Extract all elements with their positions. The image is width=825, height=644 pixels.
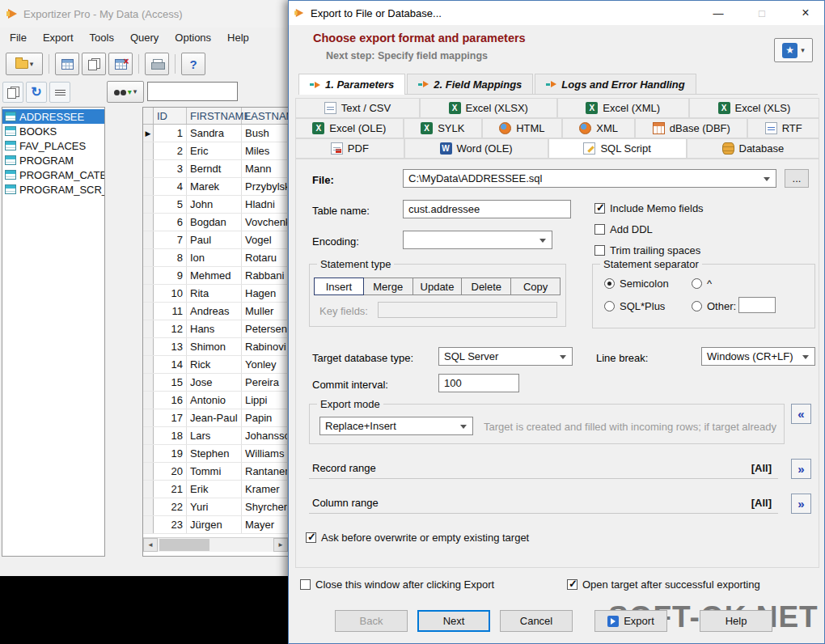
- table-row[interactable]: 16AntonioLippi: [143, 392, 288, 409]
- column-header-id[interactable]: ID: [154, 108, 187, 124]
- copy-table-button[interactable]: [82, 53, 106, 75]
- add-ddl-checkbox[interactable]: Add DDL: [594, 223, 653, 235]
- table-list-item[interactable]: PROGRAM_CATEGORY: [2, 167, 104, 182]
- step-tab-logs-and-error-handling[interactable]: Logs and Error Handling: [535, 74, 696, 94]
- table-row[interactable]: 22YuriShyrchen: [143, 498, 288, 516]
- trim-spaces-checkbox[interactable]: Trim trailing spaces: [594, 244, 700, 256]
- scroll-right-button[interactable]: ►: [273, 538, 288, 552]
- show-table-button[interactable]: [55, 53, 79, 75]
- format-tab-sylk[interactable]: SYLK: [404, 118, 482, 138]
- open-target-checkbox[interactable]: Open target after successful exporting: [567, 578, 760, 591]
- format-tab-pdf[interactable]: PDF: [295, 138, 404, 159]
- back-button[interactable]: Back: [335, 610, 408, 632]
- table-row[interactable]: 5JohnHladni: [143, 196, 288, 214]
- key-fields-input[interactable]: [378, 302, 557, 318]
- other-separator-input[interactable]: [738, 297, 776, 313]
- cancel-button[interactable]: Cancel: [500, 610, 573, 632]
- table-row[interactable]: 7PaulVogel: [143, 231, 288, 249]
- table-list-item[interactable]: BOOKS: [2, 124, 104, 138]
- commit-interval-input[interactable]: 100: [438, 374, 519, 392]
- format-tab-excel-xls-[interactable]: Excel (XLS): [689, 98, 819, 118]
- other-radio[interactable]: Other:: [692, 300, 736, 312]
- close-after-export-checkbox[interactable]: Close this window after clicking Export: [300, 578, 494, 591]
- table-row[interactable]: 15JosePereira: [143, 374, 288, 392]
- statement-update-button[interactable]: Update: [412, 278, 463, 295]
- format-tab-excel-xlsx-[interactable]: Excel (XLSX): [420, 98, 557, 118]
- table-row[interactable]: 10RitaHagen: [143, 285, 288, 303]
- column-header-firstname[interactable]: FIRSTNAME: [187, 108, 242, 124]
- table-list-item[interactable]: FAV_PLACES: [2, 138, 104, 153]
- table-row[interactable]: 20TommiRantanen: [143, 463, 288, 481]
- table-row[interactable]: 4MarekPrzybylsk: [143, 178, 288, 196]
- table-list-item[interactable]: PROGRAM_SCR_SHOT: [2, 182, 104, 197]
- semicolon-radio[interactable]: Semicolon: [604, 278, 669, 290]
- sqlplus-radio[interactable]: SQL*Plus: [604, 300, 665, 312]
- table-row[interactable]: 14RickYonley: [143, 356, 288, 374]
- table-list-item[interactable]: ADDRESSEE: [2, 109, 104, 124]
- table-row[interactable]: 19StephenWilliams: [143, 445, 288, 463]
- file-combo[interactable]: C:\MyData\ADDRESSEE.sql: [403, 169, 776, 188]
- format-tab-dbase-dbf-[interactable]: dBase (DBF): [635, 118, 747, 138]
- table-row[interactable]: 21ErikKramer: [143, 481, 288, 498]
- format-tab-excel-ole-[interactable]: Excel (OLE): [295, 118, 404, 138]
- format-tab-database[interactable]: Database: [687, 138, 819, 159]
- include-memo-checkbox[interactable]: Include Memo fields: [594, 202, 704, 214]
- chevron-down-icon[interactable]: ▾: [133, 88, 138, 95]
- refresh-button[interactable]: ↻: [26, 82, 47, 103]
- copy-records-button[interactable]: [2, 82, 23, 103]
- list-view-button[interactable]: [49, 82, 70, 103]
- table-row[interactable]: ▶1SandraBush: [143, 125, 288, 142]
- next-button[interactable]: Next: [417, 610, 490, 632]
- menu-query[interactable]: Query: [122, 28, 167, 49]
- encoding-combo[interactable]: [403, 231, 552, 249]
- minimize-button[interactable]: —: [700, 1, 737, 25]
- format-tab-word-ole-[interactable]: Word (OLE): [404, 138, 548, 159]
- search-input[interactable]: [147, 82, 238, 101]
- table-row[interactable]: 8IonRotaru: [143, 249, 288, 267]
- maximize-button[interactable]: □: [743, 1, 781, 25]
- export-button[interactable]: Export: [594, 610, 667, 632]
- table-row[interactable]: 12HansPetersen: [143, 320, 288, 338]
- statement-delete-button[interactable]: Delete: [461, 278, 511, 295]
- format-tab-xml[interactable]: XML: [562, 118, 635, 138]
- horizontal-scrollbar[interactable]: ◄ ►: [143, 537, 288, 552]
- table-row[interactable]: 18LarsJohansso: [143, 427, 288, 445]
- caret-radio[interactable]: ^: [692, 278, 712, 290]
- table-name-input[interactable]: cust.addressee: [403, 200, 571, 218]
- find-button[interactable]: ▾ ▾: [107, 81, 144, 103]
- chevron-down-icon[interactable]: ▾: [801, 47, 805, 54]
- table-row[interactable]: 6BogdanVovchenk: [143, 214, 288, 231]
- menu-tools[interactable]: Tools: [82, 28, 122, 49]
- table-row[interactable]: 13ShimonRabinovi: [143, 338, 288, 356]
- favorites-button[interactable]: ★ ▾: [774, 38, 813, 62]
- collapse-panel-button[interactable]: «: [791, 404, 811, 424]
- browse-button[interactable]: ...: [785, 169, 809, 188]
- format-tab-excel-xml-[interactable]: Excel (XML): [557, 98, 689, 118]
- menu-help[interactable]: Help: [219, 28, 257, 49]
- record-range-button[interactable]: »: [791, 459, 811, 479]
- format-tab-rtf[interactable]: RTF: [747, 118, 819, 138]
- table-row[interactable]: 3BerndtMann: [143, 160, 288, 178]
- step-tab-1-parameters[interactable]: 1. Parameters: [298, 74, 405, 95]
- column-range-button[interactable]: »: [791, 494, 811, 514]
- menu-options[interactable]: Options: [167, 28, 219, 49]
- menu-export[interactable]: Export: [35, 28, 82, 49]
- table-row[interactable]: 2EricMiles: [143, 142, 288, 160]
- chevron-down-icon[interactable]: ▾: [30, 61, 34, 68]
- scrollbar-thumb[interactable]: [159, 539, 209, 551]
- column-header-lastname[interactable]: LASTNAME: [242, 108, 288, 124]
- statement-copy-button[interactable]: Copy: [510, 278, 561, 295]
- print-button[interactable]: [145, 53, 169, 75]
- statement-merge-button[interactable]: Merge: [363, 278, 413, 295]
- table-row[interactable]: 17Jean-PaulPapin: [143, 409, 288, 427]
- open-database-button[interactable]: ▾: [6, 53, 43, 75]
- table-row[interactable]: 9MehmedRabbani: [143, 267, 288, 285]
- help-button-toolbar[interactable]: ?: [181, 53, 205, 75]
- ask-overwrite-checkbox[interactable]: Ask before overwrite or empty existing t…: [306, 532, 529, 544]
- step-tab-2-field-mappings[interactable]: 2. Field Mappings: [407, 74, 533, 94]
- table-list-item[interactable]: PROGRAM: [2, 153, 104, 167]
- export-mode-combo[interactable]: Replace+Insert: [319, 417, 473, 435]
- table-row[interactable]: 11AndreasMuller: [143, 303, 288, 320]
- statement-insert-button[interactable]: Insert: [314, 278, 364, 295]
- format-tab-text-csv[interactable]: Text / CSV: [295, 98, 420, 118]
